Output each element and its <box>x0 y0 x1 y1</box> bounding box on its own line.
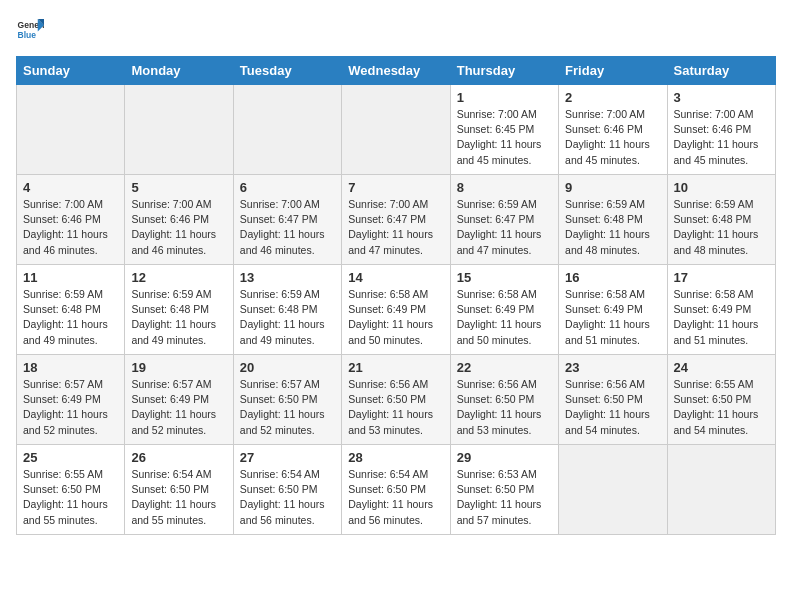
col-header-monday: Monday <box>125 57 233 85</box>
day-info: Sunrise: 6:57 AM Sunset: 6:49 PM Dayligh… <box>131 377 226 438</box>
day-info: Sunrise: 6:56 AM Sunset: 6:50 PM Dayligh… <box>457 377 552 438</box>
calendar-cell: 15Sunrise: 6:58 AM Sunset: 6:49 PM Dayli… <box>450 265 558 355</box>
logo: General Blue <box>16 16 44 44</box>
calendar-cell: 18Sunrise: 6:57 AM Sunset: 6:49 PM Dayli… <box>17 355 125 445</box>
calendar-cell: 16Sunrise: 6:58 AM Sunset: 6:49 PM Dayli… <box>559 265 667 355</box>
day-number: 13 <box>240 270 335 285</box>
day-info: Sunrise: 6:59 AM Sunset: 6:48 PM Dayligh… <box>565 197 660 258</box>
day-number: 2 <box>565 90 660 105</box>
calendar-cell: 10Sunrise: 6:59 AM Sunset: 6:48 PM Dayli… <box>667 175 775 265</box>
calendar-cell <box>233 85 341 175</box>
col-header-wednesday: Wednesday <box>342 57 450 85</box>
day-number: 15 <box>457 270 552 285</box>
day-number: 24 <box>674 360 769 375</box>
calendar-cell: 28Sunrise: 6:54 AM Sunset: 6:50 PM Dayli… <box>342 445 450 535</box>
day-info: Sunrise: 6:59 AM Sunset: 6:48 PM Dayligh… <box>131 287 226 348</box>
day-info: Sunrise: 6:59 AM Sunset: 6:48 PM Dayligh… <box>240 287 335 348</box>
day-number: 19 <box>131 360 226 375</box>
calendar-cell: 17Sunrise: 6:58 AM Sunset: 6:49 PM Dayli… <box>667 265 775 355</box>
calendar-cell: 22Sunrise: 6:56 AM Sunset: 6:50 PM Dayli… <box>450 355 558 445</box>
calendar-cell <box>342 85 450 175</box>
day-info: Sunrise: 6:54 AM Sunset: 6:50 PM Dayligh… <box>348 467 443 528</box>
week-row-2: 4Sunrise: 7:00 AM Sunset: 6:46 PM Daylig… <box>17 175 776 265</box>
calendar-cell <box>559 445 667 535</box>
day-number: 12 <box>131 270 226 285</box>
day-number: 10 <box>674 180 769 195</box>
day-info: Sunrise: 7:00 AM Sunset: 6:45 PM Dayligh… <box>457 107 552 168</box>
calendar-cell: 24Sunrise: 6:55 AM Sunset: 6:50 PM Dayli… <box>667 355 775 445</box>
col-header-friday: Friday <box>559 57 667 85</box>
day-number: 25 <box>23 450 118 465</box>
calendar-cell: 9Sunrise: 6:59 AM Sunset: 6:48 PM Daylig… <box>559 175 667 265</box>
calendar-cell: 5Sunrise: 7:00 AM Sunset: 6:46 PM Daylig… <box>125 175 233 265</box>
col-header-sunday: Sunday <box>17 57 125 85</box>
header-row: SundayMondayTuesdayWednesdayThursdayFrid… <box>17 57 776 85</box>
day-info: Sunrise: 6:57 AM Sunset: 6:49 PM Dayligh… <box>23 377 118 438</box>
logo-icon: General Blue <box>16 16 44 44</box>
day-info: Sunrise: 6:56 AM Sunset: 6:50 PM Dayligh… <box>348 377 443 438</box>
week-row-1: 1Sunrise: 7:00 AM Sunset: 6:45 PM Daylig… <box>17 85 776 175</box>
day-info: Sunrise: 6:56 AM Sunset: 6:50 PM Dayligh… <box>565 377 660 438</box>
page-header: General Blue <box>16 16 776 44</box>
svg-text:Blue: Blue <box>18 30 37 40</box>
day-info: Sunrise: 6:59 AM Sunset: 6:48 PM Dayligh… <box>23 287 118 348</box>
day-number: 16 <box>565 270 660 285</box>
calendar-cell: 2Sunrise: 7:00 AM Sunset: 6:46 PM Daylig… <box>559 85 667 175</box>
day-number: 5 <box>131 180 226 195</box>
day-number: 20 <box>240 360 335 375</box>
day-info: Sunrise: 6:55 AM Sunset: 6:50 PM Dayligh… <box>23 467 118 528</box>
day-info: Sunrise: 7:00 AM Sunset: 6:46 PM Dayligh… <box>674 107 769 168</box>
day-number: 14 <box>348 270 443 285</box>
day-number: 11 <box>23 270 118 285</box>
day-number: 7 <box>348 180 443 195</box>
day-info: Sunrise: 6:55 AM Sunset: 6:50 PM Dayligh… <box>674 377 769 438</box>
calendar-cell: 20Sunrise: 6:57 AM Sunset: 6:50 PM Dayli… <box>233 355 341 445</box>
day-info: Sunrise: 6:54 AM Sunset: 6:50 PM Dayligh… <box>131 467 226 528</box>
day-number: 21 <box>348 360 443 375</box>
day-number: 8 <box>457 180 552 195</box>
calendar-table: SundayMondayTuesdayWednesdayThursdayFrid… <box>16 56 776 535</box>
day-number: 3 <box>674 90 769 105</box>
day-number: 6 <box>240 180 335 195</box>
day-info: Sunrise: 7:00 AM Sunset: 6:46 PM Dayligh… <box>23 197 118 258</box>
calendar-cell <box>17 85 125 175</box>
day-info: Sunrise: 6:58 AM Sunset: 6:49 PM Dayligh… <box>348 287 443 348</box>
calendar-cell: 6Sunrise: 7:00 AM Sunset: 6:47 PM Daylig… <box>233 175 341 265</box>
calendar-cell: 21Sunrise: 6:56 AM Sunset: 6:50 PM Dayli… <box>342 355 450 445</box>
day-number: 29 <box>457 450 552 465</box>
day-info: Sunrise: 6:58 AM Sunset: 6:49 PM Dayligh… <box>565 287 660 348</box>
day-number: 18 <box>23 360 118 375</box>
calendar-cell: 8Sunrise: 6:59 AM Sunset: 6:47 PM Daylig… <box>450 175 558 265</box>
calendar-cell: 12Sunrise: 6:59 AM Sunset: 6:48 PM Dayli… <box>125 265 233 355</box>
week-row-3: 11Sunrise: 6:59 AM Sunset: 6:48 PM Dayli… <box>17 265 776 355</box>
calendar-cell: 23Sunrise: 6:56 AM Sunset: 6:50 PM Dayli… <box>559 355 667 445</box>
calendar-cell: 7Sunrise: 7:00 AM Sunset: 6:47 PM Daylig… <box>342 175 450 265</box>
calendar-cell <box>667 445 775 535</box>
day-number: 9 <box>565 180 660 195</box>
calendar-cell: 11Sunrise: 6:59 AM Sunset: 6:48 PM Dayli… <box>17 265 125 355</box>
day-number: 26 <box>131 450 226 465</box>
day-info: Sunrise: 6:59 AM Sunset: 6:47 PM Dayligh… <box>457 197 552 258</box>
calendar-cell: 1Sunrise: 7:00 AM Sunset: 6:45 PM Daylig… <box>450 85 558 175</box>
calendar-cell: 4Sunrise: 7:00 AM Sunset: 6:46 PM Daylig… <box>17 175 125 265</box>
day-info: Sunrise: 7:00 AM Sunset: 6:46 PM Dayligh… <box>565 107 660 168</box>
day-number: 17 <box>674 270 769 285</box>
col-header-saturday: Saturday <box>667 57 775 85</box>
col-header-thursday: Thursday <box>450 57 558 85</box>
day-info: Sunrise: 7:00 AM Sunset: 6:46 PM Dayligh… <box>131 197 226 258</box>
day-info: Sunrise: 6:58 AM Sunset: 6:49 PM Dayligh… <box>674 287 769 348</box>
day-number: 28 <box>348 450 443 465</box>
calendar-cell: 27Sunrise: 6:54 AM Sunset: 6:50 PM Dayli… <box>233 445 341 535</box>
calendar-cell: 29Sunrise: 6:53 AM Sunset: 6:50 PM Dayli… <box>450 445 558 535</box>
day-info: Sunrise: 6:53 AM Sunset: 6:50 PM Dayligh… <box>457 467 552 528</box>
day-info: Sunrise: 6:58 AM Sunset: 6:49 PM Dayligh… <box>457 287 552 348</box>
day-number: 1 <box>457 90 552 105</box>
day-info: Sunrise: 7:00 AM Sunset: 6:47 PM Dayligh… <box>240 197 335 258</box>
day-number: 27 <box>240 450 335 465</box>
day-number: 4 <box>23 180 118 195</box>
calendar-cell: 14Sunrise: 6:58 AM Sunset: 6:49 PM Dayli… <box>342 265 450 355</box>
week-row-5: 25Sunrise: 6:55 AM Sunset: 6:50 PM Dayli… <box>17 445 776 535</box>
calendar-cell: 19Sunrise: 6:57 AM Sunset: 6:49 PM Dayli… <box>125 355 233 445</box>
col-header-tuesday: Tuesday <box>233 57 341 85</box>
calendar-cell: 25Sunrise: 6:55 AM Sunset: 6:50 PM Dayli… <box>17 445 125 535</box>
